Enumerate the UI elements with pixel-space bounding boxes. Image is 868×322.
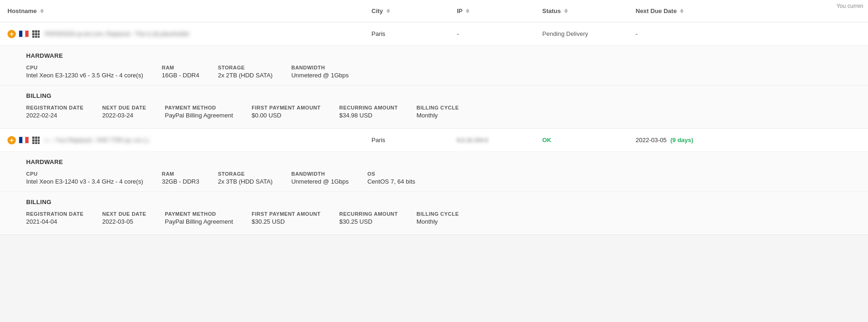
server-2-city-value: Paris <box>371 137 385 144</box>
server-row-1: + <box>0 22 868 129</box>
server-2-cpu-label: CPU <box>26 171 143 177</box>
server-1-flag <box>19 30 29 37</box>
svg-rect-17 <box>38 142 40 144</box>
server-1-hardware-title: HARDWARE <box>26 52 861 59</box>
server-2-cpu-value: Intel Xeon E3-1240 v3 - 3.4 GHz - 4 core… <box>26 178 143 185</box>
server-1-ram-label: RAM <box>162 65 199 70</box>
server-row-2: + <box>0 129 868 235</box>
svg-rect-2 <box>38 30 40 33</box>
status-label: Status <box>542 7 561 14</box>
svg-rect-13 <box>35 139 37 142</box>
server-1-bandwidth-value: Unmetered @ 1Gbps <box>291 72 349 79</box>
svg-rect-14 <box>38 139 40 142</box>
server-2-status-value: OK <box>542 137 552 144</box>
server-1-first-payment: FIRST PAYMENT AMOUNT $0.00 USD <box>252 105 321 119</box>
server-2-cpu: CPU Intel Xeon E3-1240 v3 - 3.4 GHz - 4 … <box>26 171 143 185</box>
server-2-bandwidth: BANDWIDTH Unmetered @ 1Gbps <box>291 171 349 185</box>
server-1-specs-grid: CPU Intel Xeon E3-1230 v6 - 3.5 GHz - 4 … <box>26 65 861 79</box>
svg-rect-11 <box>38 137 40 139</box>
server-1-ram: RAM 16GB - DDR4 <box>162 65 199 79</box>
server-1-expand-btn[interactable]: + <box>7 30 16 38</box>
svg-rect-0 <box>32 30 35 33</box>
server-1-nextdue-value: - <box>636 30 637 37</box>
server-2-actions: + <box>7 136 40 144</box>
server-1-hostname-col: + <box>7 30 371 38</box>
server-1-grid-icon[interactable] <box>32 30 40 38</box>
server-1-recurring-value: $34.98 USD <box>339 112 398 119</box>
server-2-cycle-value: Monthly <box>417 218 459 225</box>
server-2-nextdue-value: 2022-03-05 <box>636 137 667 144</box>
server-2-ram-label: RAM <box>162 171 199 177</box>
col-header-hostname[interactable]: Hostname <box>7 7 371 14</box>
server-1-billing-grid: REGISTRATION DATE 2022-02-24 NEXT DUE DA… <box>26 105 861 119</box>
city-label: City <box>371 7 383 14</box>
server-2-billing-nextdue: NEXT DUE DATE 2022-03-05 <box>102 211 146 225</box>
server-1-storage: STORAGE 2x 2TB (HDD SATA) <box>218 65 273 79</box>
hostname-label: Hostname <box>7 7 37 14</box>
server-2-payment-value: PayPal Billing Agreement <box>165 218 233 225</box>
server-2-os: OS CentOS 7, 64 bits <box>367 171 415 185</box>
city-sort-icon[interactable] <box>386 9 390 13</box>
svg-rect-12 <box>32 139 35 142</box>
server-2-billing-section: BILLING REGISTRATION DATE 2021-04-04 NEX… <box>0 192 868 234</box>
server-2-billing-nextdue-value: 2022-03-05 <box>102 218 146 225</box>
server-2-payment-method: PAYMENT METHOD PayPal Billing Agreement <box>165 211 233 225</box>
ip-sort-icon[interactable] <box>466 9 469 13</box>
server-1-cpu-label: CPU <box>26 65 143 70</box>
server-1-recurring-label: RECURRING AMOUNT <box>339 105 398 110</box>
servers-table: Hostname City IP Status <box>0 0 868 235</box>
server-1-bandwidth: BANDWIDTH Unmetered @ 1Gbps <box>291 65 349 79</box>
server-1-billing-title: BILLING <box>26 92 861 99</box>
server-1-cycle-label: BILLING CYCLE <box>417 105 459 110</box>
server-2-bandwidth-label: BANDWIDTH <box>291 171 349 177</box>
server-1-billing-nextdue: NEXT DUE DATE 2022-03-24 <box>102 105 146 119</box>
svg-rect-1 <box>35 30 37 33</box>
server-1-storage-value: 2x 2TB (HDD SATA) <box>218 72 273 79</box>
status-sort-icon[interactable] <box>564 9 568 13</box>
server-1-reg-date-value: 2022-02-24 <box>26 112 84 119</box>
server-2-storage: STORAGE 2x 3TB (HDD SATA) <box>218 171 273 185</box>
server-1-cycle: BILLING CYCLE Monthly <box>417 105 459 119</box>
server-2-cycle-label: BILLING CYCLE <box>417 211 459 217</box>
server-1-nextdue: - <box>636 30 861 37</box>
svg-rect-15 <box>32 142 35 144</box>
server-1-billing-section: BILLING REGISTRATION DATE 2022-02-24 NEX… <box>0 85 868 128</box>
server-2-bandwidth-value: Unmetered @ 1Gbps <box>291 178 349 185</box>
hostname-sort-icon[interactable] <box>40 9 44 13</box>
server-1-bandwidth-label: BANDWIDTH <box>291 65 349 70</box>
server-2-billing-nextdue-label: NEXT DUE DATE <box>102 211 146 217</box>
server-2-os-label: OS <box>367 171 415 177</box>
server-2-billing-grid: REGISTRATION DATE 2021-04-04 NEXT DUE DA… <box>26 211 861 225</box>
server-2-hardware-title: HARDWARE <box>26 158 861 165</box>
nextdue-label: Next Due Date <box>636 7 677 14</box>
col-header-ip[interactable]: IP <box>457 7 542 14</box>
server-2-recurring: RECURRING AMOUNT $30.25 USD <box>339 211 398 225</box>
col-header-nextdue[interactable]: Next Due Date <box>636 7 861 14</box>
server-2-hostname-col: + <box>7 136 371 144</box>
server-2-os-value: CentOS 7, 64 bits <box>367 178 415 185</box>
server-2-grid-icon[interactable] <box>32 136 40 144</box>
server-2-storage-label: STORAGE <box>218 171 273 177</box>
server-1-city: Paris <box>371 30 457 37</box>
col-header-city[interactable]: City <box>371 7 457 14</box>
server-1-payment-value: PayPal Billing Agreement <box>165 112 233 119</box>
server-1-status-value: Pending Delivery <box>542 30 588 37</box>
server-2-recurring-value: $30.25 USD <box>339 218 398 225</box>
server-1-first-payment-label: FIRST PAYMENT AMOUNT <box>252 105 321 110</box>
server-2-expand-btn[interactable]: + <box>7 136 16 144</box>
svg-rect-16 <box>35 142 37 144</box>
svg-rect-4 <box>35 33 37 35</box>
server-2-first-payment-label: FIRST PAYMENT AMOUNT <box>252 211 321 217</box>
server-1-status: Pending Delivery <box>542 30 636 37</box>
server-1-first-payment-value: $0.00 USD <box>252 112 321 119</box>
nextdue-sort-icon[interactable] <box>680 9 684 13</box>
col-header-status[interactable]: Status <box>542 7 636 14</box>
server-2-first-payment-value: $30.25 USD <box>252 218 321 225</box>
server-2-specs-grid: CPU Intel Xeon E3-1240 v3 - 3.4 GHz - 4 … <box>26 171 861 185</box>
server-2-reg-date-value: 2021-04-04 <box>26 218 84 225</box>
server-2-status: OK <box>542 137 636 144</box>
svg-rect-9 <box>32 137 35 139</box>
server-2-storage-value: 2x 3TB (HDD SATA) <box>218 178 273 185</box>
server-2-nextdue-days: (9 days) <box>671 137 693 144</box>
server-1-hostname: PAR303329.cp.eol.com, Replaced - This is… <box>45 31 189 37</box>
